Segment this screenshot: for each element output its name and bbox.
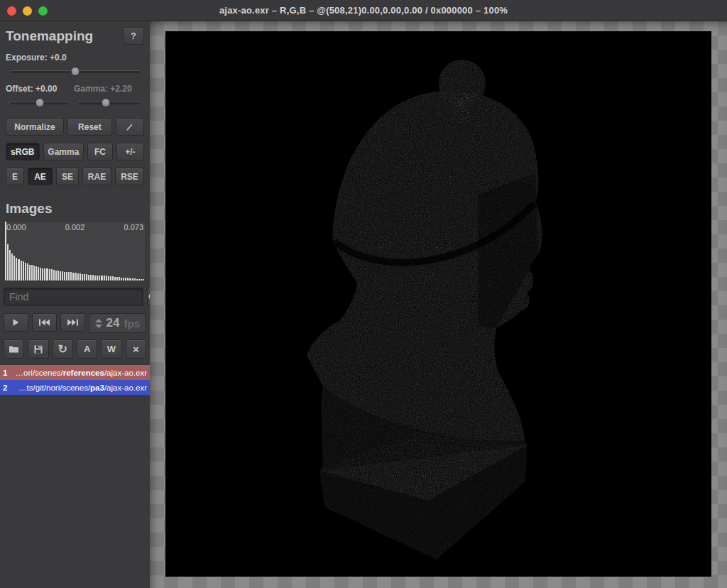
offset-label: Offset: +0.00 [6,84,74,94]
open-image-button[interactable] [4,339,24,359]
histogram-max-label: 0.073 [124,223,143,232]
next-image-button[interactable] [60,313,85,332]
ajax-bust-render [165,31,711,577]
metric-se-button[interactable]: SE [56,168,79,185]
fps-value[interactable]: 24 [106,316,120,330]
help-button[interactable]: ? [123,27,144,45]
image-index: 1 [3,369,13,377]
exposure-label: Exposure: +0.0 [6,53,144,62]
image-path: …ts/git/nori/scenes/pa3/ajax-ao.exr [13,383,147,392]
zoom-window-icon[interactable] [38,6,48,16]
histogram-mid-label: 0.002 [65,223,85,232]
tonemap-fc-button[interactable]: FC [87,143,113,160]
viewer-canvas[interactable] [150,21,727,588]
play-icon [11,318,20,327]
reset-button[interactable]: Reset [67,118,112,136]
fps-decrement-icon[interactable] [95,325,102,328]
reload-image-button[interactable]: ↻ [53,339,73,359]
show-channel-a-button[interactable]: A [77,339,97,359]
image-list-item-reference[interactable]: 1 …ori/scenes/references/ajax-ao.exr [0,365,150,380]
tonemap-gamma-button[interactable]: Gamma [43,143,84,160]
metric-e-button[interactable]: E [6,168,24,185]
gamma-label: Gamma: +2.20 [74,84,144,94]
gamma-slider-handle[interactable] [102,98,111,107]
previous-image-button[interactable] [32,313,57,332]
reload-icon: ↻ [58,342,67,356]
brush-icon [125,122,135,132]
histogram-min-label: 0.000 [6,223,26,232]
image-list-item-selected[interactable]: 2 …ts/git/nori/scenes/pa3/ajax-ao.exr [0,380,150,395]
pick-color-button[interactable] [116,118,144,136]
skip-forward-icon [67,318,79,327]
images-title: Images [6,201,144,217]
fps-spinner[interactable]: 24 fps [89,313,146,333]
exr-image[interactable] [165,31,711,577]
tonemap-plusminus-button[interactable]: +/- [116,143,144,160]
show-channel-w-button[interactable]: W [101,339,121,359]
metric-ae-button[interactable]: AE [28,168,53,185]
close-image-button[interactable]: × [126,339,146,359]
sidebar: Tonemapping ? Exposure: +0.0 Offset: +0.… [0,21,150,588]
close-window-icon[interactable] [7,6,16,16]
gamma-slider[interactable] [77,98,141,108]
save-icon [33,344,43,354]
tonemap-srgb-button[interactable]: sRGB [6,143,40,160]
traffic-lights [7,0,48,21]
save-image-button[interactable] [28,339,48,359]
metric-rse-button[interactable]: RSE [115,168,144,185]
fps-unit-label: fps [124,317,141,330]
exposure-slider[interactable] [9,67,141,77]
window-title: ajax-ao.exr – R,G,B – @(508,21)0.00,0.00… [219,5,508,16]
offset-slider[interactable] [9,98,70,108]
window-titlebar: ajax-ao.exr – R,G,B – @(508,21)0.00,0.00… [0,0,727,21]
image-index: 2 [3,383,13,392]
image-list: 1 …ori/scenes/references/ajax-ao.exr 2 …… [0,365,150,395]
exposure-slider-handle[interactable] [70,67,80,76]
metric-rae-button[interactable]: RAE [82,168,111,185]
play-button[interactable] [4,313,28,332]
skip-back-icon [38,318,50,327]
find-input[interactable] [4,288,143,306]
fps-increment-icon[interactable] [95,319,102,322]
minimize-window-icon[interactable] [23,6,32,16]
histogram: 0.000 0.002 0.073 [4,221,146,281]
folder-icon [9,344,19,354]
image-path: …ori/scenes/references/ajax-ao.exr [13,369,147,377]
normalize-button[interactable]: Normalize [6,118,64,136]
offset-slider-handle[interactable] [35,98,45,107]
